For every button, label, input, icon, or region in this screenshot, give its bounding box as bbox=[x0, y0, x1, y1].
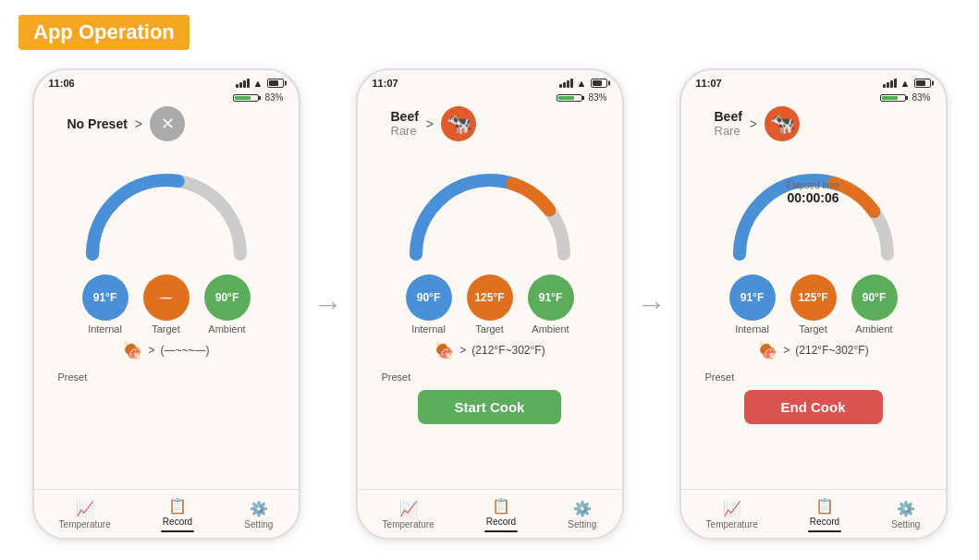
grill-arrow-3: > bbox=[783, 344, 789, 357]
grill-row-2: 🍖 > (212°F~302°F) bbox=[434, 340, 545, 360]
page-header: App Operation bbox=[18, 15, 961, 50]
preset-icon-1[interactable]: ✕ bbox=[150, 106, 185, 141]
elapsed-time-overlay-3: Elapsed time 00:00:06 bbox=[787, 180, 840, 205]
status-icons-2: ▲ bbox=[559, 78, 607, 89]
temperature-icon-2: 📈 bbox=[399, 500, 418, 517]
nav-setting-2[interactable]: ⚙️ Setting bbox=[568, 500, 596, 530]
setting-icon-2: ⚙️ bbox=[573, 500, 592, 517]
nav-label-setting-1: Setting bbox=[244, 519, 273, 530]
status-bar-3: 11:07 ▲ bbox=[681, 70, 946, 92]
record-icon-1: 📋 bbox=[168, 497, 187, 515]
gauge-svg-2 bbox=[398, 152, 582, 273]
battery-fill-2 bbox=[558, 96, 574, 100]
end-cook-button[interactable]: End Cook bbox=[744, 390, 883, 424]
status-time-3: 11:07 bbox=[696, 78, 722, 89]
nav-record-1[interactable]: 📋 Record bbox=[161, 497, 194, 532]
nav-setting-3[interactable]: ⚙️ Setting bbox=[891, 500, 920, 530]
nav-temperature-1[interactable]: 📈 Temperature bbox=[59, 500, 111, 530]
temp-item-target-1: — Target bbox=[143, 274, 190, 335]
setting-icon-1: ⚙️ bbox=[250, 500, 268, 517]
phone-content-3: Beef Rare > 🐄 Elapsed time 00:00:06 bbox=[681, 106, 946, 489]
temp-circle-internal-1: 91°F bbox=[82, 274, 128, 321]
preset-text-1: No Preset bbox=[67, 116, 128, 132]
status-time-1: 11:06 bbox=[49, 78, 75, 89]
wifi-icon-3: ▲ bbox=[900, 78, 911, 89]
temp-circle-ambient-1: 90°F bbox=[204, 274, 251, 321]
status-bar-2: 11:07 ▲ bbox=[358, 70, 622, 92]
grill-row-3: 🍖 > (212°F~302°F) bbox=[757, 340, 868, 360]
gauge-2 bbox=[398, 152, 582, 263]
bottom-nav-2: 📈 Temperature 📋 Record ⚙️ Setting bbox=[358, 489, 622, 538]
nav-label-setting-2: Setting bbox=[568, 519, 596, 530]
phone-2: 11:07 ▲ 83% Beef Rare bbox=[356, 68, 624, 540]
nav-label-record-2: Record bbox=[486, 517, 516, 527]
nav-setting-1[interactable]: ⚙️ Setting bbox=[244, 500, 273, 530]
status-time-2: 11:07 bbox=[373, 78, 398, 89]
phone-3: 11:07 ▲ 83% Beef Rare bbox=[679, 68, 948, 540]
preset-area-3[interactable]: Beef Rare > 🐄 bbox=[715, 106, 801, 141]
battery-bar-1 bbox=[233, 94, 259, 102]
setting-icon-3: ⚙️ bbox=[897, 500, 915, 517]
battery-pct-1: 83% bbox=[264, 92, 283, 103]
nav-temperature-2[interactable]: 📈 Temperature bbox=[383, 500, 434, 530]
preset-area-2[interactable]: Beef Rare > 🐄 bbox=[391, 106, 477, 141]
temp-circle-target-3: 125°F bbox=[790, 274, 837, 321]
preset-text-2: Beef Rare bbox=[391, 109, 419, 139]
arrow-2: → bbox=[624, 287, 679, 322]
grill-range-2: (212°F~302°F) bbox=[471, 344, 545, 357]
battery-bar-3 bbox=[880, 94, 906, 102]
temp-item-ambient-1: 90°F Ambient bbox=[204, 274, 251, 335]
battery-pct-3: 83% bbox=[912, 92, 930, 103]
temp-circle-target-1: — bbox=[143, 274, 190, 321]
page-title: App Operation bbox=[18, 15, 190, 50]
grill-icon-1: 🍖 bbox=[122, 340, 142, 360]
nav-record-3[interactable]: 📋 Record bbox=[808, 497, 841, 532]
preset-icon-2[interactable]: 🐄 bbox=[441, 106, 476, 141]
gauge-svg-1 bbox=[74, 152, 259, 273]
nav-underline-2 bbox=[484, 530, 518, 532]
battery-icon-3 bbox=[914, 79, 931, 88]
temp-circles-1: 91°F Internal — Target 90°F Ambient bbox=[82, 274, 251, 335]
nav-label-temperature-3: Temperature bbox=[706, 519, 758, 530]
temp-item-internal-1: 91°F Internal bbox=[82, 274, 128, 335]
preset-label-bottom-1: Preset bbox=[58, 371, 88, 383]
phone-1: 11:06 ▲ 83% No Preset > bbox=[32, 68, 300, 540]
phone-content-1: No Preset > ✕ 91°F Internal bbox=[34, 106, 299, 489]
grill-arrow-1: > bbox=[148, 344, 154, 357]
temperature-icon-3: 📈 bbox=[723, 500, 741, 517]
grill-icon-3: 🍖 bbox=[757, 340, 777, 360]
record-icon-2: 📋 bbox=[492, 497, 510, 515]
grill-icon-2: 🍖 bbox=[434, 340, 454, 360]
grill-arrow-2: > bbox=[459, 344, 466, 357]
arrow-1: → bbox=[300, 287, 356, 322]
bottom-nav-3: 📈 Temperature 📋 Record ⚙️ Setting bbox=[681, 489, 946, 538]
temp-circle-ambient-3: 90°F bbox=[851, 274, 898, 321]
battery-icon-1 bbox=[267, 79, 284, 88]
phones-container: 11:06 ▲ 83% No Preset > bbox=[18, 63, 961, 545]
arrow-icon-1: → bbox=[313, 287, 343, 322]
wifi-icon-1: ▲ bbox=[253, 78, 263, 89]
nav-temperature-3[interactable]: 📈 Temperature bbox=[706, 500, 758, 530]
temp-circles-3: 91°F Internal 125°F Target 90°F Ambient bbox=[729, 274, 898, 335]
battery-row-2: 83% bbox=[358, 92, 622, 106]
preset-area-1[interactable]: No Preset > ✕ bbox=[67, 106, 186, 141]
battery-icon-2 bbox=[591, 79, 607, 88]
temp-item-internal-3: 91°F Internal bbox=[729, 274, 776, 335]
nav-label-setting-3: Setting bbox=[891, 519, 920, 530]
temp-item-ambient-3: 90°F Ambient bbox=[851, 274, 898, 335]
status-bar-1: 11:06 ▲ bbox=[34, 70, 299, 92]
nav-label-record-3: Record bbox=[810, 517, 839, 527]
temperature-icon-1: 📈 bbox=[76, 500, 94, 517]
preset-label-bottom-3: Preset bbox=[705, 371, 735, 383]
signal-icon-1 bbox=[236, 79, 250, 88]
grill-range-3: (212°F~302°F) bbox=[795, 344, 868, 357]
nav-record-2[interactable]: 📋 Record bbox=[484, 497, 518, 532]
arrow-icon-2: → bbox=[637, 287, 667, 322]
temp-circle-target-2: 125°F bbox=[467, 274, 513, 321]
start-cook-button[interactable]: Start Cook bbox=[418, 390, 562, 424]
preset-icon-3[interactable]: 🐄 bbox=[765, 106, 800, 141]
temp-item-target-2: 125°F Target bbox=[467, 274, 513, 335]
temp-circle-ambient-2: 91°F bbox=[528, 274, 574, 321]
phone-content-2: Beef Rare > 🐄 90°F bbox=[358, 106, 622, 489]
preset-label-bottom-2: Preset bbox=[382, 371, 411, 383]
